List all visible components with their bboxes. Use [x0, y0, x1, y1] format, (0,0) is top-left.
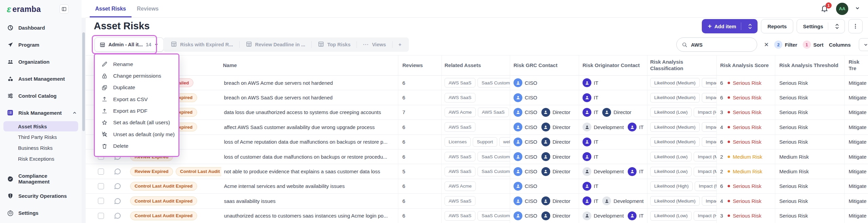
risk-name-link[interactable]: Acme internal services and website avail…: [224, 183, 398, 189]
column-header-risk-originator-contact[interactable]: Risk Originator Contact: [579, 55, 647, 75]
sidebar-item-label: Compliance Management: [18, 173, 77, 185]
originator-contact-cell: DevelopmentIT: [579, 209, 647, 223]
avatar[interactable]: AA: [836, 3, 848, 15]
views-menu-button[interactable]: ···Views: [357, 37, 392, 52]
more-options-kebab-icon[interactable]: [848, 19, 863, 33]
search-input[interactable]: [691, 42, 742, 48]
sort-button[interactable]: Sort: [813, 42, 823, 48]
classification-cell: Likelihood (Low)Impact (Me: [647, 164, 717, 178]
tab-asset-risks[interactable]: Asset Risks: [90, 0, 132, 17]
settings-dropdown-chevron-icon[interactable]: [832, 23, 843, 29]
score-label: Medium Risk: [733, 154, 762, 160]
risk-name-link[interactable]: loss of customer data due malfunctions o…: [224, 154, 398, 160]
sidebar-item-program[interactable]: Program: [0, 36, 82, 53]
comment-icon[interactable]: [114, 197, 121, 205]
column-header-risk-analysis-threshold[interactable]: Risk Analysis Threshold: [775, 55, 845, 75]
threshold-cell: Serious Risk: [775, 120, 845, 134]
risk-name-link[interactable]: unauthorized access to customers saas in…: [224, 213, 398, 219]
saved-view-context-menu: RenameChange permissionsDuplicateExport …: [94, 53, 179, 157]
add-item-dropdown-chevron-icon[interactable]: [745, 23, 756, 29]
sidebar-item-settings[interactable]: Settings: [0, 204, 82, 221]
status-badge: Control Last Audit Expired: [176, 167, 221, 176]
column-header-risk-tre[interactable]: Risk Tre: [845, 55, 868, 75]
column-header-related-assets[interactable]: Related Assets: [442, 55, 510, 75]
menu-item-export-as-csv[interactable]: Export as CSV: [95, 96, 178, 102]
user-menu-chevron-down-icon[interactable]: [855, 6, 860, 12]
trash-icon: [101, 143, 108, 149]
column-header-risk-analysis-score[interactable]: Risk Analysis Score: [717, 55, 775, 75]
contact: CISO: [514, 211, 537, 220]
avatar: [583, 138, 591, 146]
treatment-cell: Mitigate: [845, 149, 868, 164]
collapse-sidebar-button[interactable]: [59, 4, 69, 14]
saved-view-button[interactable]: Review Deadline in ...: [240, 37, 311, 52]
grc-contact-cell: CISODirector: [510, 135, 579, 149]
sidebar-item-security-operations[interactable]: Security Operations: [0, 187, 82, 204]
classification-pill: Impact (Me: [694, 167, 717, 176]
saved-view-selector[interactable]: Admin - All it... 14: [94, 37, 163, 52]
threshold-cell: Medium Risk: [775, 164, 845, 178]
menu-item-unset-as-default-only-me-[interactable]: Unset as default (only me): [95, 131, 178, 138]
avatar: [514, 196, 522, 205]
saved-view-button[interactable]: Top Risks: [312, 37, 357, 52]
reviews-cell: 6: [398, 90, 442, 105]
sidebar-item-compliance-management[interactable]: Compliance Management: [0, 170, 82, 187]
threshold-cell: Medium Risk: [775, 149, 845, 164]
risk-name-link[interactable]: loss of Acme reputation data due malfunc…: [224, 139, 398, 145]
row-checkbox[interactable]: [98, 183, 104, 189]
treatment-cell: Mitigate: [845, 179, 868, 193]
sidebar-item-asset-management[interactable]: Asset Management: [0, 70, 82, 87]
menu-item-export-as-pdf[interactable]: Export as PDF: [95, 108, 178, 114]
column-header-label: Risk Analysis Score: [720, 62, 769, 69]
contact-label: CISO: [525, 124, 537, 130]
sidebar-item-asset-risks[interactable]: Asset Risks: [3, 121, 78, 131]
sidebar-item-dashboard[interactable]: Dashboard: [0, 19, 82, 36]
sidebar-item-label: Control Catalog: [18, 93, 57, 99]
sidebar-item-risk-exceptions[interactable]: Risk Exceptions: [3, 153, 78, 164]
contact: IT: [628, 167, 643, 176]
reports-button[interactable]: Reports: [761, 19, 793, 33]
row-checkbox[interactable]: [98, 213, 104, 219]
sidebar-item-third-party-risks[interactable]: Third Party Risks: [3, 131, 78, 142]
column-header-risk-analysis-classification[interactable]: Risk Analysis Classification: [647, 55, 717, 75]
chevron-up-icon[interactable]: [72, 111, 77, 115]
sidebar-item-organization[interactable]: Organization: [0, 53, 82, 70]
sidebar-item-control-catalog[interactable]: Control Catalog: [0, 87, 82, 104]
originator-contact-cell: ITDevelopment: [579, 194, 647, 208]
comment-icon[interactable]: [114, 212, 121, 220]
status-badges: Control Last Audit Expired: [130, 211, 221, 220]
columns-button[interactable]: Columns: [829, 42, 851, 48]
column-header-risk-grc-contact[interactable]: Risk GRC Contact: [510, 55, 579, 75]
menu-item-delete[interactable]: Delete: [95, 143, 178, 149]
settings-button[interactable]: Settings: [797, 19, 845, 33]
comment-icon[interactable]: [114, 168, 121, 175]
column-header-label: Risk Analysis Classification: [650, 59, 710, 72]
menu-item-rename[interactable]: Rename: [95, 61, 178, 67]
notifications-bell-icon[interactable]: 1: [820, 4, 829, 13]
risk-name-link[interactable]: saas availability issues: [224, 198, 398, 204]
tab-reviews[interactable]: Reviews: [132, 0, 164, 17]
row-checkbox[interactable]: [98, 198, 104, 204]
sidebar-item-business-risks[interactable]: Business Risks: [3, 142, 78, 153]
sidebar-item-risk-management[interactable]: Risk Management: [0, 104, 82, 121]
risk-name-link[interactable]: breach on AWS Acme due servers not harde…: [224, 80, 398, 86]
risk-name-link[interactable]: breach on AWS SaaS due servers not harde…: [224, 95, 398, 100]
column-header-reviews[interactable]: Reviews: [398, 55, 442, 75]
risk-name-link[interactable]: affect AWS SaaS customer availability du…: [224, 124, 398, 130]
treatment-cell: Mitigate: [845, 76, 868, 90]
toolbar-chevron-down-button[interactable]: [859, 38, 868, 51]
scrollbar-thumb[interactable]: [82, 32, 85, 131]
menu-item-change-permissions[interactable]: Change permissions: [95, 73, 178, 79]
add-view-button[interactable]: +: [393, 37, 407, 52]
filter-button[interactable]: Filter: [785, 42, 797, 48]
saved-view-button[interactable]: Risks with Expired R...: [164, 37, 239, 52]
risk-name-link[interactable]: not able to produce evidence that explai…: [224, 169, 398, 174]
risk-name-link[interactable]: data loss due unauthorized access to sys…: [224, 109, 398, 115]
row-checkbox[interactable]: [98, 169, 104, 175]
comment-icon[interactable]: [114, 182, 121, 190]
menu-item-duplicate[interactable]: Duplicate: [95, 84, 178, 91]
add-item-button[interactable]: + Add item: [702, 19, 758, 33]
clear-search-icon[interactable]: ✕: [764, 41, 769, 48]
eramba-logo-mark-icon: ɛ: [7, 5, 11, 14]
menu-item-set-as-default-all-users-[interactable]: Set as default (all users): [95, 120, 178, 126]
